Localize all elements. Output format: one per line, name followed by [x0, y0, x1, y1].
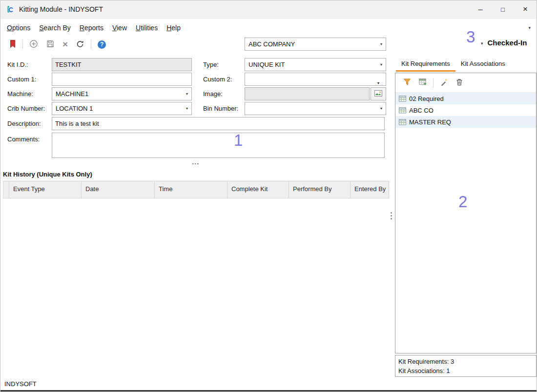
- image-browse-button[interactable]: [371, 87, 386, 100]
- annotation-3: 3: [466, 28, 475, 46]
- kit-history-title: Kit History (Unique Kits Only): [3, 171, 92, 178]
- image-label: Image:: [203, 87, 223, 100]
- chevron-down-icon: ▾: [186, 102, 188, 115]
- crib-number-select-value: LOCATION 1: [56, 102, 93, 115]
- help-button[interactable]: ?: [94, 39, 110, 51]
- checkin-status-label: Checked-In: [488, 39, 527, 47]
- list-item[interactable]: 02 Required: [395, 93, 536, 104]
- toolbar-separator: [433, 78, 434, 88]
- bin-number-label: Bin Number:: [203, 102, 238, 115]
- edit-wand-button[interactable]: [436, 76, 452, 89]
- crib-number-select[interactable]: LOCATION 1 ▾: [52, 102, 192, 115]
- horizontal-splitter[interactable]: ···: [189, 161, 203, 166]
- description-label: Description:: [7, 117, 41, 130]
- custom2-label: Custom 2:: [203, 73, 232, 86]
- save-button[interactable]: [42, 38, 59, 52]
- image-field[interactable]: [245, 87, 370, 100]
- tab-kit-requirements[interactable]: Kit Requirements: [396, 57, 455, 72]
- minimize-button[interactable]: ─: [469, 0, 492, 18]
- filter-button[interactable]: [399, 76, 415, 89]
- kit-requirements-count: Kit Requirements: 3: [398, 357, 533, 366]
- vertical-splitter[interactable]: [389, 212, 393, 219]
- maximize-button[interactable]: □: [492, 0, 514, 18]
- annotation-2: 2: [458, 193, 467, 211]
- bin-number-select[interactable]: ▾: [245, 102, 386, 115]
- kit-history-header: Event Type Date Time Complete Kit Perfor…: [3, 181, 389, 198]
- kit-associations-count: Kit Associations: 1: [398, 366, 533, 375]
- type-label: Type:: [203, 58, 219, 71]
- machine-select[interactable]: MACHINE1 ▾: [52, 87, 192, 100]
- kit-history-col-entered-by[interactable]: Entered By: [351, 181, 389, 198]
- toolbar-separator: [91, 39, 91, 49]
- delete-button[interactable]: ×: [59, 39, 72, 50]
- menu-view[interactable]: View: [108, 22, 131, 34]
- bottom-edge: [0, 390, 537, 392]
- grid-add-icon: [419, 78, 427, 87]
- list-item[interactable]: MASTER REQ: [395, 116, 536, 128]
- checkin-status[interactable]: ▾ Checked-In: [481, 39, 527, 47]
- custom2-field[interactable]: [245, 73, 386, 86]
- annotation-1: 1: [234, 131, 243, 150]
- company-select[interactable]: ABC COMPANY ▾: [245, 38, 386, 51]
- requirements-toolbar: [395, 73, 536, 93]
- list-item[interactable]: ABC CO: [395, 104, 536, 116]
- add-requirement-button[interactable]: [415, 76, 431, 89]
- custom1-field[interactable]: [52, 73, 192, 86]
- kit-history-col-performed-by[interactable]: Performed By: [289, 181, 351, 198]
- refresh-button[interactable]: [72, 38, 88, 52]
- close-button[interactable]: ×: [514, 0, 537, 18]
- trash-icon: [455, 78, 463, 87]
- kit-id-label: Kit I.D.:: [7, 58, 28, 71]
- menu-help[interactable]: Help: [162, 22, 185, 34]
- company-select-value: ABC COMPANY: [248, 38, 295, 50]
- machine-select-value: MACHINE1: [56, 88, 88, 100]
- list-item-label: ABC CO: [409, 107, 434, 114]
- table-icon: [399, 107, 406, 114]
- tab-kit-associations[interactable]: Kit Associations: [455, 57, 511, 72]
- menu-search-by[interactable]: Search By: [35, 22, 75, 34]
- requirements-list: 02 Required ABC CO: [395, 93, 536, 128]
- kit-history-col-event-type[interactable]: Event Type: [9, 181, 82, 198]
- window-title: Kitting Module - INDYSOFT: [19, 5, 103, 13]
- menu-utilities[interactable]: Utilities: [131, 22, 162, 34]
- chevron-down-icon: ▾: [380, 38, 382, 50]
- image-dropdown-chevron-icon[interactable]: ▾: [377, 81, 379, 85]
- toolbar-separator: [22, 39, 23, 49]
- add-button[interactable]: [25, 38, 42, 52]
- bookmark-button[interactable]: [5, 38, 20, 52]
- menu-reports[interactable]: Reports: [75, 22, 108, 34]
- list-item-label: 02 Required: [409, 95, 444, 102]
- description-field[interactable]: [52, 117, 385, 130]
- menu-overflow-chevron-icon[interactable]: ▾: [528, 25, 531, 30]
- machine-label: Machine:: [7, 87, 33, 100]
- kit-requirements-panel: 02 Required ABC CO: [395, 73, 537, 353]
- menu-options[interactable]: Options: [2, 22, 35, 34]
- type-select-value: UNIQUE KIT: [248, 59, 285, 71]
- save-floppy-icon: [46, 39, 55, 50]
- statusbar-text: INDYSOFT: [4, 380, 37, 388]
- list-item-label: MASTER REQ: [409, 118, 451, 126]
- refresh-icon: [76, 39, 84, 50]
- help-icon: ?: [98, 40, 106, 49]
- chevron-down-icon[interactable]: ▾: [481, 39, 483, 46]
- filter-funnel-icon: [403, 78, 411, 87]
- table-icon: [399, 96, 406, 102]
- kit-id-field[interactable]: [52, 58, 192, 71]
- crib-number-label: Crib Number:: [7, 102, 45, 115]
- plus-circle-icon: [29, 39, 38, 50]
- kit-history-col-date[interactable]: Date: [82, 181, 155, 198]
- table-icon: [399, 119, 406, 125]
- summary-box: Kit Requirements: 3 Kit Associations: 1: [395, 355, 537, 377]
- menu-bar: Options Search By Reports View Utilities…: [0, 20, 537, 35]
- wand-icon: [440, 78, 448, 87]
- delete-requirement-button[interactable]: [452, 76, 467, 89]
- app-icon: [6, 5, 14, 13]
- kit-history-col-complete-kit[interactable]: Complete Kit: [227, 181, 289, 198]
- custom1-label: Custom 1:: [7, 73, 36, 86]
- image-icon: [374, 90, 382, 98]
- chevron-down-icon: ▾: [380, 102, 382, 115]
- type-select[interactable]: UNIQUE KIT ▾: [245, 58, 386, 71]
- kit-history-col-time[interactable]: Time: [155, 181, 227, 198]
- app-window: Kitting Module - INDYSOFT ─ □ × Options …: [0, 0, 537, 392]
- comments-field[interactable]: [52, 133, 385, 158]
